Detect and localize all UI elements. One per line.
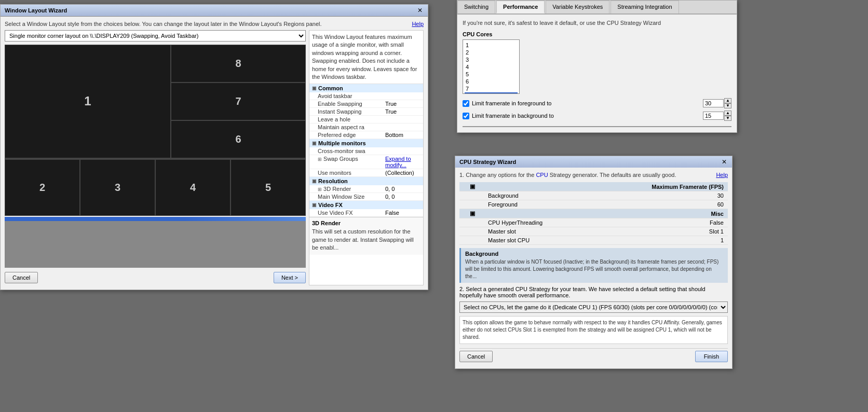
multiple-monitors-header[interactable]: ▣ Multiple monitors [309,139,423,147]
cpu-wizard-close-button[interactable]: ✕ [721,158,728,166]
resolution-expand-icon: ▣ [312,178,317,184]
tab-variable-keystrokes[interactable]: Variable Keystrokes [546,1,609,13]
layout-dropdown[interactable]: Single monitor corner layout on \\.\DISP… [5,30,306,42]
cancel-button[interactable]: Cancel [5,272,38,283]
max-fps-toggle[interactable]: ▣ [459,182,478,191]
cpu-cores-label: CPU Cores [463,31,731,37]
foreground-fps-value: 60 [653,200,728,209]
cpu-strategy-dropdown[interactable]: Select no CPUs, let the game do it (Dedi… [459,301,728,313]
video-fx-expand-icon: ▣ [312,202,317,208]
foreground-fps-label: Foreground [478,200,653,209]
fg-framerate-input[interactable] [703,99,724,107]
grid-top: 1 8 7 6 [5,45,306,158]
swap-groups-value[interactable]: Expand to modify... [385,156,421,168]
wizard-step2-text: 2. Select a generated CPU Strategy for y… [459,286,728,298]
bg-spin-up[interactable]: ▲ [724,111,731,116]
3d-render-section-title: 3D Render [312,220,421,226]
background-fps-label: Background [478,191,653,200]
misc-toggle[interactable]: ▣ [459,209,478,218]
common-section-header[interactable]: ▣ Common [309,84,423,92]
instant-swapping-label: Instant Swapping [318,108,385,115]
cross-monitor-row: Cross-monitor swa [309,147,423,155]
swap-groups-label: ⊞ Swap Groups [318,156,385,168]
wizard-close-button[interactable]: ✕ [416,7,424,14]
cross-monitor-label: Cross-monitor swa [318,148,385,154]
background-info-section: Background When a particular window is N… [459,248,728,283]
use-monitors-label: Use monitors [318,170,385,176]
core-8[interactable]: 8 [465,92,518,94]
instant-swapping-value: True [385,108,397,115]
bg-spin-down[interactable]: ▼ [724,116,731,121]
tab-streaming-integration[interactable]: Streaming Integration [611,1,679,13]
maintain-aspect-row: Maintain aspect ra [309,123,423,131]
grid-cell-4: 4 [155,159,230,216]
tab-bar: Switching Performance Variable Keystroke… [457,1,737,15]
fg-spin-up[interactable]: ▲ [724,98,731,103]
core-2[interactable]: 2 [465,49,518,56]
main-window-size-value: 0, 0 [385,194,395,200]
wizard-help-link[interactable]: Help [412,21,424,27]
cpu-span: CPU [536,172,548,178]
wizard-action-buttons: Cancel Finish [459,348,728,364]
cpu-strategy-wizard: CPU Strategy Wizard ✕ 1. Change any opti… [455,156,733,369]
cpu-wizard-content: 1. Change any options for the CPU Strate… [455,168,732,368]
core-5[interactable]: 5 [465,71,518,78]
main-window-size-row: Main Window Size 0, 0 [309,193,423,201]
avoid-taskbar-label: Avoid taskbar [318,93,385,99]
grid-cell-5: 5 [230,159,306,216]
cpu-cores-list[interactable]: 1 2 3 4 5 6 7 8 [463,39,520,94]
next-button[interactable]: Next > [274,272,306,283]
bg-framerate-row: Limit framerate in background to ▲ ▼ [463,111,731,121]
safe-note: If you're not sure, it's safest to leave… [463,20,731,26]
multiple-monitors-expand-icon: ▣ [312,141,317,146]
grid-cell-3: 3 [80,159,155,216]
master-slot-label: Master slot [478,227,653,236]
master-slot-value: Slot 1 [653,227,728,236]
grid-right-col: 8 7 6 [171,45,306,158]
use-monitors-value: (Collection) [385,170,414,176]
tab-performance[interactable]: Performance [496,1,545,13]
cpu-wizard-finish-button[interactable]: Finish [695,351,728,362]
grid-cell-6: 6 [171,120,306,158]
core-3[interactable]: 3 [465,56,518,63]
enable-swapping-value: True [385,101,397,107]
cpu-wizard-title-text: CPU Strategy Wizard [459,159,516,165]
window-layout-wizard: Window Layout Wizard ✕ Select a Window L… [0,4,428,290]
cpu-hyperthreading-label: CPU HyperThreading [478,218,653,227]
3d-render-row: ⊞ 3D Render 0, 0 [309,185,423,193]
cpu-wizard-cancel-button[interactable]: Cancel [459,351,493,362]
cpu-wizard-help-link[interactable]: Help [716,172,728,178]
max-fps-section: ▣ Maximum Framerate (FPS) [459,182,728,191]
core-7[interactable]: 7 [465,85,518,92]
swap-groups-row: ⊞ Swap Groups Expand to modify... [309,155,423,169]
use-video-fx-row: Use Video FX False [309,209,423,217]
fg-spin-down[interactable]: ▼ [724,103,731,108]
bg-framerate-input[interactable] [703,112,724,120]
gray-bottom-area [5,221,306,268]
fg-spin-group: ▲ ▼ [724,98,731,108]
enable-swapping-label: Enable Swapping [318,101,385,107]
wizard-step1: 1. Change any options for the CPU Strate… [459,172,728,178]
core-4[interactable]: 4 [465,63,518,71]
master-slot-row: Master slot Slot 1 [459,227,728,236]
master-slot-cpu-row: Master slot CPU 1 [459,236,728,245]
core-1[interactable]: 1 [465,42,518,49]
video-fx-label: Video FX [318,202,343,208]
bg-framerate-checkbox[interactable] [463,113,469,119]
resolution-header[interactable]: ▣ Resolution [309,177,423,185]
tab-switching[interactable]: Switching [457,1,495,13]
common-label: Common [318,85,343,91]
maintain-aspect-label: Maintain aspect ra [318,124,385,130]
wizard-title: Window Layout Wizard [5,7,67,13]
layout-description: This Window Layout features maximum usag… [309,31,423,84]
wizard-instruction: Select a Window Layout style from the ch… [5,21,322,27]
wizard-top-bar: Select a Window Layout style from the ch… [5,21,424,27]
misc-label: Misc [478,209,728,218]
fg-framerate-checkbox[interactable] [463,100,469,107]
cpu-hyperthreading-value: False [653,218,728,227]
core-6[interactable]: 6 [465,78,518,85]
fg-framerate-row: Limit framerate in foreground to ▲ ▼ [463,98,731,108]
multiple-monitors-label: Multiple monitors [318,140,366,146]
preferred-edge-row: Preferred edge Bottom [309,131,423,139]
video-fx-header[interactable]: ▣ Video FX [309,201,423,209]
